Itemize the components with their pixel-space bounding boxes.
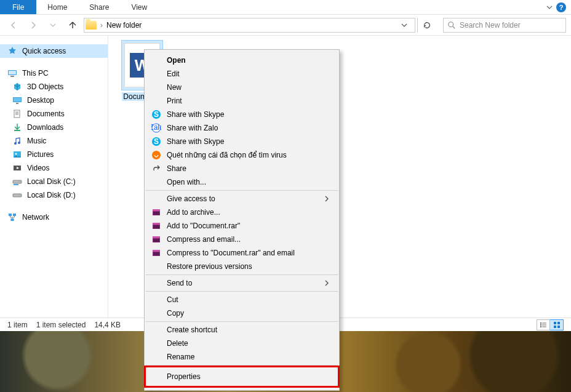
- cm-share-skype-2[interactable]: S Share with Skype: [146, 135, 338, 148]
- status-size: 14,4 KB: [94, 321, 121, 329]
- svg-rect-18: [13, 180, 22, 183]
- sidebar-item-local-disk-d[interactable]: Local Disk (D:): [0, 188, 108, 202]
- view-icons-button[interactable]: [550, 319, 564, 330]
- cm-give-access-to[interactable]: Give access to: [146, 192, 338, 206]
- documents-icon: [12, 109, 22, 119]
- cm-delete[interactable]: Delete: [146, 337, 338, 350]
- nav-recent-dropdown[interactable]: [44, 17, 62, 34]
- ribbon-expand-icon[interactable]: [546, 4, 553, 10]
- svg-point-0: [449, 22, 453, 26]
- sidebar-network[interactable]: Network: [0, 210, 108, 224]
- sidebar-item-music[interactable]: Music: [0, 134, 108, 148]
- cm-share[interactable]: Share: [146, 162, 338, 175]
- pc-icon: [7, 68, 17, 78]
- sidebar-quick-access[interactable]: Quick access: [0, 44, 108, 58]
- nav-back-button[interactable]: [5, 17, 22, 34]
- ribbon-tab-home[interactable]: Home: [36, 0, 78, 14]
- desktop-icon: [12, 95, 22, 105]
- ribbon-tab-view[interactable]: View: [120, 0, 158, 14]
- sidebar-label: Network: [22, 213, 49, 222]
- svg-rect-56: [153, 252, 159, 255]
- cm-copy[interactable]: Copy: [146, 306, 338, 320]
- cm-properties[interactable]: Properties: [146, 367, 338, 386]
- sidebar-this-pc[interactable]: This PC: [0, 66, 108, 80]
- zalo-icon: Zalo: [151, 122, 162, 134]
- search-box[interactable]: [443, 18, 566, 33]
- svg-rect-22: [13, 194, 22, 197]
- sidebar-item-documents[interactable]: Documents: [0, 107, 108, 121]
- svg-rect-50: [153, 225, 159, 228]
- svg-rect-27: [11, 218, 14, 221]
- breadcrumb-current[interactable]: New folder: [106, 21, 142, 30]
- svg-point-20: [19, 182, 20, 183]
- search-input[interactable]: [460, 21, 562, 30]
- svg-point-13: [14, 142, 17, 145]
- cm-avast-scan[interactable]: Quét những cái đã chọn để tìm virus: [146, 148, 338, 162]
- winrar-icon: [151, 247, 162, 258]
- folder-icon: [86, 21, 97, 30]
- cm-share-zalo[interactable]: Zalo Share with Zalo: [146, 121, 338, 135]
- sidebar-label: This PC: [22, 69, 49, 78]
- view-details-button[interactable]: [537, 319, 550, 330]
- cm-open[interactable]: Open: [146, 54, 338, 67]
- sidebar-item-3d-objects[interactable]: 3D Objects: [0, 80, 108, 94]
- svg-point-14: [18, 142, 20, 144]
- refresh-button[interactable]: [417, 18, 436, 33]
- cm-add-to-archive[interactable]: Add to archive...: [146, 206, 338, 219]
- nav-up-button[interactable]: [64, 17, 81, 34]
- svg-rect-8: [14, 110, 20, 118]
- svg-line-1: [453, 26, 455, 28]
- svg-rect-26: [13, 214, 16, 216]
- sidebar-item-desktop[interactable]: Desktop: [0, 94, 108, 107]
- svg-point-16: [15, 153, 17, 155]
- svg-rect-28: [540, 322, 541, 324]
- context-menu: Open Edit New Print S Share with Skype Z…: [144, 49, 340, 391]
- sidebar-item-videos[interactable]: Videos: [0, 161, 108, 175]
- cm-rename[interactable]: Rename: [146, 350, 338, 364]
- cm-print[interactable]: Print: [146, 94, 338, 108]
- status-selected-count: 1 item selected: [36, 321, 86, 329]
- sidebar-label: Local Disk (C:): [27, 177, 76, 186]
- sidebar-item-local-disk-c[interactable]: Local Disk (C:): [0, 175, 108, 188]
- cm-properties-highlight: Properties: [144, 366, 340, 388]
- submenu-arrow-icon: [324, 196, 329, 202]
- objects-icon: [12, 82, 22, 92]
- cm-send-to[interactable]: Send to: [146, 276, 338, 290]
- svg-rect-3: [9, 71, 16, 74]
- cm-share-skype[interactable]: S Share with Skype: [146, 108, 338, 121]
- sidebar-item-downloads[interactable]: Downloads: [0, 121, 108, 134]
- cm-edit[interactable]: Edit: [146, 67, 338, 81]
- view-mode-toggle: [537, 319, 564, 330]
- sidebar-label: Documents: [27, 110, 65, 118]
- star-icon: [7, 46, 17, 56]
- cm-compress-doc-email[interactable]: Compress to "Document.rar" and email: [146, 246, 338, 260]
- cm-cut[interactable]: Cut: [146, 293, 338, 306]
- svg-rect-31: [542, 324, 546, 325]
- sidebar-label: Videos: [27, 164, 49, 172]
- help-icon[interactable]: ?: [556, 2, 566, 12]
- svg-rect-6: [14, 98, 21, 102]
- ribbon-tab-share[interactable]: Share: [78, 0, 120, 14]
- address-bar[interactable]: › New folder: [84, 18, 415, 33]
- svg-text:Zalo: Zalo: [151, 123, 161, 132]
- share-icon: [151, 163, 162, 174]
- status-item-count: 1 item: [7, 321, 28, 329]
- cm-restore-versions[interactable]: Restore previous versions: [146, 260, 338, 273]
- nav-forward-button[interactable]: [25, 17, 42, 34]
- drive-icon: [12, 190, 22, 200]
- skype-icon: S: [151, 109, 162, 120]
- svg-rect-33: [542, 326, 546, 327]
- ribbon-tab-file[interactable]: File: [0, 0, 36, 14]
- cm-create-shortcut[interactable]: Create shortcut: [146, 323, 338, 337]
- cm-compress-email[interactable]: Compress and email...: [146, 233, 338, 246]
- address-dropdown-icon[interactable]: [401, 22, 413, 28]
- svg-rect-32: [540, 326, 541, 327]
- svg-rect-25: [9, 214, 12, 216]
- cm-open-with[interactable]: Open with...: [146, 175, 338, 189]
- cm-add-to-rar[interactable]: Add to "Document.rar": [146, 219, 338, 233]
- breadcrumb-separator-icon[interactable]: ›: [100, 21, 103, 30]
- search-icon: [447, 21, 456, 30]
- pictures-icon: [12, 150, 22, 159]
- cm-new[interactable]: New: [146, 81, 338, 94]
- sidebar-item-pictures[interactable]: Pictures: [0, 148, 108, 161]
